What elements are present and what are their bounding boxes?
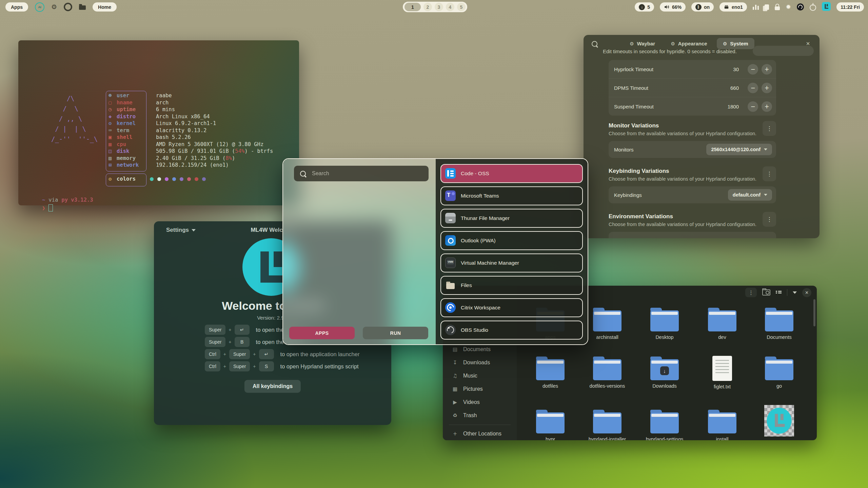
obs-tray-icon[interactable]	[797, 3, 804, 11]
workspace-2[interactable]: 2	[423, 3, 432, 11]
apps-button-label: Apps	[11, 4, 23, 10]
folder-icon	[650, 412, 679, 433]
obs-icon	[445, 325, 456, 335]
files-scrollbar[interactable]	[813, 299, 815, 326]
app-item-outlook[interactable]: Outlook (PWA)	[440, 231, 583, 250]
power-icon[interactable]	[810, 3, 816, 11]
workspace-1[interactable]: 1	[405, 3, 421, 11]
decrement-button[interactable]: −	[748, 101, 758, 112]
spinner-value[interactable]: 30	[733, 66, 739, 72]
settings-tabs: ⚙Waybar ⚙Appearance ⚙System	[624, 38, 754, 49]
file-item[interactable]: hyprland-settings	[639, 408, 690, 440]
workspace-3[interactable]: 3	[435, 3, 443, 11]
spinner-value[interactable]: 1800	[728, 104, 739, 109]
app-item-citrix[interactable]: Citrix Workspace	[440, 298, 583, 317]
app-item-files[interactable]: Files	[440, 276, 583, 295]
list-view-icon[interactable]	[776, 290, 782, 295]
file-manager-icon[interactable]	[79, 4, 86, 10]
key-pill: Super	[205, 337, 225, 347]
search-icon[interactable]	[592, 41, 597, 47]
sidebar-item-downloads[interactable]: ↧Downloads	[443, 356, 517, 369]
app-item-obs-studio[interactable]: OBS Studio	[440, 321, 583, 340]
wallpaper-icon[interactable]: ✹	[786, 4, 791, 10]
keybindings-dropdown[interactable]: default.conf	[728, 189, 772, 201]
file-item[interactable]: hyprland-installer	[582, 408, 633, 440]
monitors-dropdown[interactable]: 868x488@120.conf	[706, 144, 772, 155]
file-item[interactable]: dotfiles	[525, 354, 576, 389]
view-options-chevron-icon[interactable]	[793, 291, 797, 294]
terminal-window[interactable]: /\ / \ / ,, \ / | | \ /_-'' ''-_\ ☻userr…	[18, 40, 299, 205]
file-item[interactable]: dotfiles-versions	[582, 354, 633, 389]
spinner-value[interactable]: 660	[730, 85, 739, 91]
file-item[interactable]: dev	[697, 306, 748, 340]
prompt-status-line: ~ via py v3.12.3	[42, 197, 93, 204]
sidebar-item-pictures[interactable]: ▦Pictures	[443, 382, 517, 395]
apps-mode-button[interactable]: APPS	[289, 327, 355, 339]
bluetooth-pill[interactable]: ᛒ on	[691, 2, 714, 12]
sidebar-item-other-locations[interactable]: +Other Locations	[443, 427, 517, 440]
updates-pill[interactable]: ↓ 5	[635, 2, 654, 12]
fastfetch-row: ☻userraabe	[108, 92, 273, 99]
tab-waybar[interactable]: ⚙Waybar	[624, 38, 661, 49]
files-close-button[interactable]: ✕	[802, 288, 811, 297]
files-headerbar: ⋮ ✕	[745, 286, 817, 299]
workspace-5[interactable]: 5	[457, 3, 466, 11]
folder-search-icon[interactable]	[762, 289, 770, 296]
launcher-searchbox[interactable]	[294, 166, 429, 181]
key-pill: B	[235, 337, 250, 347]
file-item[interactable]: install	[697, 408, 748, 440]
sidebar-item-trash[interactable]: ♻Trash	[443, 409, 517, 422]
run-mode-button[interactable]: RUN	[363, 327, 428, 339]
ml4w-tray-icon[interactable]	[822, 2, 831, 12]
file-item[interactable]: hypr	[525, 408, 576, 440]
decrement-button[interactable]: −	[748, 83, 758, 93]
browser-icon[interactable]	[64, 3, 72, 11]
file-item[interactable]: figlet.txt	[697, 354, 748, 389]
file-item[interactable]: go	[754, 354, 805, 389]
file-item[interactable]: Documents	[754, 306, 805, 340]
file-item[interactable]: Desktop	[639, 306, 690, 340]
section-menu-button[interactable]: ⋮	[763, 121, 776, 136]
home-button[interactable]: Home	[93, 2, 117, 12]
app-item-microsoft-teams[interactable]: Microsoft Teams	[440, 186, 583, 205]
tab-appearance[interactable]: ⚙Appearance	[665, 38, 713, 49]
sidebar-item-videos[interactable]: ▶Videos	[443, 395, 517, 409]
files-menu-button[interactable]: ⋮	[745, 288, 757, 297]
decrement-button[interactable]: −	[748, 64, 758, 75]
close-icon: ✕	[805, 290, 809, 295]
volume-value: 66%	[672, 4, 682, 10]
prompt-line[interactable]: ❯	[42, 204, 53, 211]
settings-gear-icon[interactable]: ⚙	[51, 3, 57, 11]
file-item[interactable]: archinstall	[582, 306, 633, 340]
download-circle-icon: ↓	[639, 4, 645, 10]
increment-button[interactable]: +	[762, 101, 772, 112]
section-menu-button[interactable]: ⋮	[763, 212, 776, 227]
file-item[interactable]: ml4w.png	[754, 408, 805, 440]
updates-ai-icon[interactable]: AI	[35, 2, 44, 12]
sidebar-item-music[interactable]: ♫Music	[443, 369, 517, 382]
lock-icon[interactable]	[775, 4, 780, 10]
file-item[interactable]: ↓Downloads	[639, 354, 690, 389]
all-keybindings-button[interactable]: All keybindings	[244, 380, 301, 393]
app-item-thunar[interactable]: Thunar File Manager	[440, 209, 583, 228]
clock-pill[interactable]: 11:22 Fri	[836, 2, 864, 12]
prompt-symbol: ❯	[42, 205, 45, 211]
network-pill[interactable]: eno1	[719, 2, 747, 12]
clipboard-icon[interactable]	[765, 4, 769, 10]
increment-button[interactable]: +	[762, 64, 772, 75]
key-pill: S	[259, 361, 274, 371]
search-input[interactable]	[311, 170, 422, 177]
keybind-row: Ctrl + Super + S to open Hyprland settin…	[205, 361, 359, 371]
speaker-icon	[664, 4, 670, 10]
section-menu-button[interactable]: ⋮	[763, 166, 776, 181]
app-item-code-oss[interactable]: Code - OSS	[440, 164, 583, 183]
volume-pill[interactable]: 66%	[660, 2, 686, 12]
apps-button[interactable]: Apps	[5, 2, 28, 12]
workspace-4[interactable]: 4	[446, 3, 454, 11]
app-item-virtual-machine-manager[interactable]: VMMVirtual Machine Manager	[440, 253, 583, 272]
increment-button[interactable]: +	[762, 83, 772, 93]
stats-icon[interactable]	[753, 4, 759, 10]
fastfetch-row: ◷uptime6 mins	[108, 106, 273, 113]
key-pill: Super	[229, 361, 250, 371]
tab-system[interactable]: ⚙System	[717, 38, 754, 49]
